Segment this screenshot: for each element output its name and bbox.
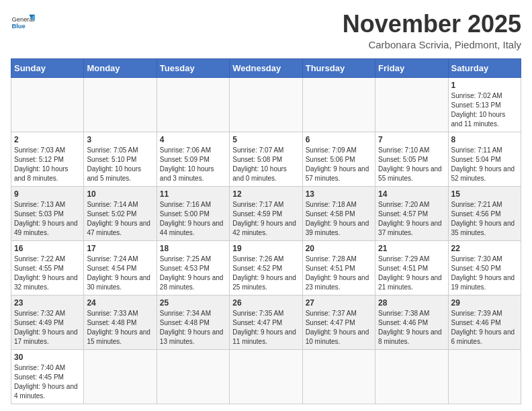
- day-number: 17: [87, 244, 153, 253]
- week-row-2: 9Sunrise: 7:13 AM Sunset: 5:03 PM Daylig…: [11, 186, 521, 240]
- calendar-cell: 12Sunrise: 7:17 AM Sunset: 4:59 PM Dayli…: [230, 186, 302, 240]
- week-row-5: 30Sunrise: 7:40 AM Sunset: 4:45 PM Dayli…: [11, 349, 521, 404]
- day-info: Sunrise: 7:35 AM Sunset: 4:47 PM Dayligh…: [232, 309, 299, 347]
- calendar-cell: 17Sunrise: 7:24 AM Sunset: 4:54 PM Dayli…: [84, 240, 157, 295]
- logo: General Blue: [11, 11, 35, 35]
- week-row-4: 23Sunrise: 7:32 AM Sunset: 4:49 PM Dayli…: [11, 295, 521, 349]
- day-number: 24: [87, 298, 153, 308]
- calendar-cell: 3Sunrise: 7:05 AM Sunset: 5:10 PM Daylig…: [84, 132, 157, 186]
- calendar-header: SundayMondayTuesdayWednesdayThursdayFrid…: [11, 58, 521, 77]
- calendar-cell: [84, 77, 157, 132]
- day-number: 14: [378, 189, 445, 199]
- day-info: Sunrise: 7:16 AM Sunset: 5:00 PM Dayligh…: [160, 200, 226, 238]
- day-number: 12: [232, 189, 299, 199]
- calendar-cell: 4Sunrise: 7:06 AM Sunset: 5:09 PM Daylig…: [157, 132, 229, 186]
- calendar-cell: [230, 349, 302, 404]
- week-row-0: 1Sunrise: 7:02 AM Sunset: 5:13 PM Daylig…: [11, 77, 521, 132]
- calendar-cell: [375, 349, 448, 404]
- day-number: 25: [160, 298, 226, 308]
- calendar-cell: 1Sunrise: 7:02 AM Sunset: 5:13 PM Daylig…: [448, 77, 521, 132]
- calendar-cell: [157, 77, 229, 132]
- day-info: Sunrise: 7:28 AM Sunset: 4:51 PM Dayligh…: [306, 255, 372, 292]
- day-number: 29: [451, 298, 518, 308]
- calendar-cell: 19Sunrise: 7:26 AM Sunset: 4:52 PM Dayli…: [230, 240, 302, 295]
- calendar-cell: 24Sunrise: 7:33 AM Sunset: 4:48 PM Dayli…: [84, 295, 157, 349]
- calendar-cell: [302, 349, 375, 404]
- header-cell-monday: Monday: [84, 58, 157, 77]
- day-info: Sunrise: 7:17 AM Sunset: 4:59 PM Dayligh…: [232, 200, 299, 238]
- calendar-cell: 25Sunrise: 7:34 AM Sunset: 4:48 PM Dayli…: [157, 295, 229, 349]
- day-info: Sunrise: 7:30 AM Sunset: 4:50 PM Dayligh…: [451, 255, 518, 292]
- day-number: 28: [378, 298, 445, 308]
- calendar-title: November 2025: [343, 11, 521, 38]
- calendar-cell: 16Sunrise: 7:22 AM Sunset: 4:55 PM Dayli…: [11, 240, 84, 295]
- day-number: 20: [306, 244, 372, 253]
- calendar-cell: [11, 77, 84, 132]
- day-info: Sunrise: 7:18 AM Sunset: 4:58 PM Dayligh…: [306, 200, 372, 238]
- week-row-1: 2Sunrise: 7:03 AM Sunset: 5:12 PM Daylig…: [11, 132, 521, 186]
- calendar-cell: 7Sunrise: 7:10 AM Sunset: 5:05 PM Daylig…: [375, 132, 448, 186]
- calendar-cell: 13Sunrise: 7:18 AM Sunset: 4:58 PM Dayli…: [302, 186, 375, 240]
- calendar-table: SundayMondayTuesdayWednesdayThursdayFrid…: [11, 58, 521, 404]
- calendar-cell: 27Sunrise: 7:37 AM Sunset: 4:47 PM Dayli…: [302, 295, 375, 349]
- calendar-cell: 9Sunrise: 7:13 AM Sunset: 5:03 PM Daylig…: [11, 186, 84, 240]
- day-info: Sunrise: 7:13 AM Sunset: 5:03 PM Dayligh…: [14, 200, 81, 238]
- calendar-cell: [375, 77, 448, 132]
- day-number: 7: [378, 135, 445, 144]
- calendar-cell: [302, 77, 375, 132]
- calendar-cell: 10Sunrise: 7:14 AM Sunset: 5:02 PM Dayli…: [84, 186, 157, 240]
- calendar-cell: 20Sunrise: 7:28 AM Sunset: 4:51 PM Dayli…: [302, 240, 375, 295]
- day-info: Sunrise: 7:14 AM Sunset: 5:02 PM Dayligh…: [87, 200, 153, 238]
- day-number: 16: [14, 244, 81, 253]
- day-number: 26: [232, 298, 299, 308]
- header-section: General Blue November 2025 Carbonara Scr…: [11, 11, 521, 50]
- day-info: Sunrise: 7:40 AM Sunset: 4:45 PM Dayligh…: [14, 363, 81, 401]
- day-info: Sunrise: 7:33 AM Sunset: 4:48 PM Dayligh…: [87, 309, 153, 347]
- day-number: 15: [451, 189, 518, 199]
- day-number: 10: [87, 189, 153, 199]
- calendar-cell: [230, 77, 302, 132]
- calendar-cell: 5Sunrise: 7:07 AM Sunset: 5:08 PM Daylig…: [230, 132, 302, 186]
- day-number: 19: [232, 244, 299, 253]
- calendar-cell: [448, 349, 521, 404]
- header-cell-sunday: Sunday: [11, 58, 84, 77]
- calendar-cell: 18Sunrise: 7:25 AM Sunset: 4:53 PM Dayli…: [157, 240, 229, 295]
- day-number: 9: [14, 189, 81, 199]
- calendar-cell: 6Sunrise: 7:09 AM Sunset: 5:06 PM Daylig…: [302, 132, 375, 186]
- header-cell-saturday: Saturday: [448, 58, 521, 77]
- calendar-cell: 29Sunrise: 7:39 AM Sunset: 4:46 PM Dayli…: [448, 295, 521, 349]
- day-info: Sunrise: 7:26 AM Sunset: 4:52 PM Dayligh…: [232, 255, 299, 292]
- day-info: Sunrise: 7:21 AM Sunset: 4:56 PM Dayligh…: [451, 200, 518, 238]
- day-number: 8: [451, 135, 518, 144]
- calendar-subtitle: Carbonara Scrivia, Piedmont, Italy: [343, 39, 521, 50]
- calendar-cell: 15Sunrise: 7:21 AM Sunset: 4:56 PM Dayli…: [448, 186, 521, 240]
- day-number: 3: [87, 135, 153, 144]
- calendar-cell: 30Sunrise: 7:40 AM Sunset: 4:45 PM Dayli…: [11, 349, 84, 404]
- calendar-cell: 11Sunrise: 7:16 AM Sunset: 5:00 PM Dayli…: [157, 186, 229, 240]
- logo-icon: General Blue: [11, 11, 35, 35]
- day-info: Sunrise: 7:29 AM Sunset: 4:51 PM Dayligh…: [378, 255, 445, 292]
- calendar-cell: 28Sunrise: 7:38 AM Sunset: 4:46 PM Dayli…: [375, 295, 448, 349]
- calendar-cell: 26Sunrise: 7:35 AM Sunset: 4:47 PM Dayli…: [230, 295, 302, 349]
- calendar-cell: [157, 349, 229, 404]
- day-number: 1: [451, 81, 518, 90]
- day-number: 13: [306, 189, 372, 199]
- header-row: SundayMondayTuesdayWednesdayThursdayFrid…: [11, 58, 521, 77]
- day-info: Sunrise: 7:25 AM Sunset: 4:53 PM Dayligh…: [160, 255, 226, 292]
- day-info: Sunrise: 7:02 AM Sunset: 5:13 PM Dayligh…: [451, 91, 518, 129]
- header-cell-wednesday: Wednesday: [230, 58, 302, 77]
- day-info: Sunrise: 7:07 AM Sunset: 5:08 PM Dayligh…: [232, 146, 299, 183]
- day-number: 6: [306, 135, 372, 144]
- header-cell-friday: Friday: [375, 58, 448, 77]
- day-number: 11: [160, 189, 226, 199]
- day-info: Sunrise: 7:38 AM Sunset: 4:46 PM Dayligh…: [378, 309, 445, 347]
- day-number: 21: [378, 244, 445, 253]
- day-info: Sunrise: 7:24 AM Sunset: 4:54 PM Dayligh…: [87, 255, 153, 292]
- page-container: General Blue November 2025 Carbonara Scr…: [11, 11, 521, 404]
- day-info: Sunrise: 7:37 AM Sunset: 4:47 PM Dayligh…: [306, 309, 372, 347]
- day-info: Sunrise: 7:06 AM Sunset: 5:09 PM Dayligh…: [160, 146, 226, 183]
- day-info: Sunrise: 7:20 AM Sunset: 4:57 PM Dayligh…: [378, 200, 445, 238]
- day-number: 22: [451, 244, 518, 253]
- calendar-cell: 8Sunrise: 7:11 AM Sunset: 5:04 PM Daylig…: [448, 132, 521, 186]
- calendar-cell: 22Sunrise: 7:30 AM Sunset: 4:50 PM Dayli…: [448, 240, 521, 295]
